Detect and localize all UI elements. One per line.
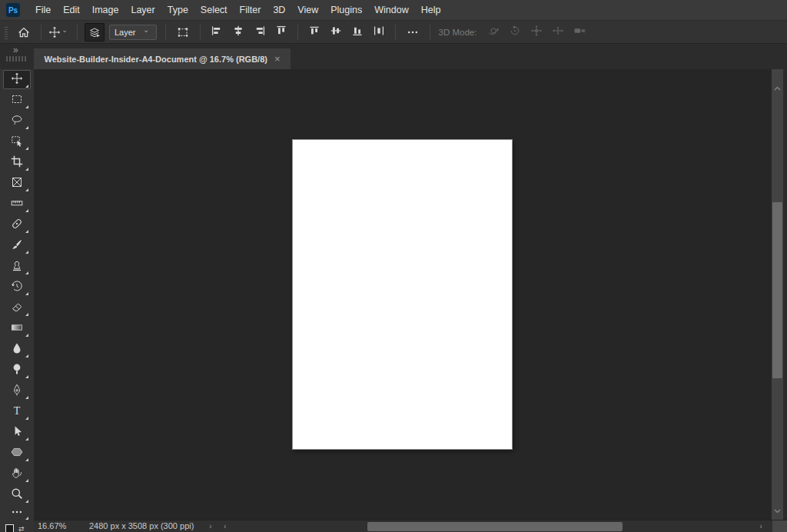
- color-swatches-clipped: ⇄: [0, 524, 34, 532]
- document-tab[interactable]: Website-Builder-Insider-A4-Document @ 16…: [34, 48, 291, 69]
- blur-tool[interactable]: [0, 339, 34, 360]
- object-selection-tool[interactable]: [0, 131, 34, 152]
- toolbar-collapse-chevrons[interactable]: »: [13, 45, 18, 55]
- menu-type[interactable]: Type: [161, 0, 194, 20]
- swap-colors-icon[interactable]: ⇄: [18, 525, 25, 532]
- rectangular-marquee-tool[interactable]: [0, 90, 34, 111]
- crop-icon: [11, 155, 23, 171]
- move-tool[interactable]: [0, 69, 34, 90]
- tab-close-icon[interactable]: ×: [274, 53, 281, 65]
- gradient-tool[interactable]: [0, 318, 34, 339]
- flyout-triangle: [25, 230, 28, 233]
- separator: [430, 25, 430, 40]
- zoom-tool[interactable]: [0, 484, 34, 505]
- flyout-triangle: [25, 188, 28, 191]
- edit-toolbar-button[interactable]: [0, 505, 34, 522]
- separator: [41, 25, 42, 40]
- menu-3d[interactable]: 3D: [267, 0, 291, 20]
- menu-filter[interactable]: Filter: [234, 0, 267, 20]
- 3d-roll-button: [506, 23, 524, 42]
- vertical-scrollbar-thumb[interactable]: [772, 202, 782, 378]
- flyout-triangle: [25, 354, 28, 357]
- menu-window[interactable]: Window: [368, 0, 414, 20]
- align-right-edges-button[interactable]: [251, 23, 269, 42]
- brush-icon: [11, 238, 23, 254]
- menu-edit[interactable]: Edit: [57, 0, 86, 20]
- zoom-level-field[interactable]: 16.67%: [38, 521, 66, 530]
- align-horizontal-centers-button[interactable]: [229, 23, 247, 42]
- menu-layer[interactable]: Layer: [125, 0, 161, 20]
- show-transform-controls-toggle[interactable]: [173, 23, 193, 42]
- status-bar: 16.67% 2480 px x 3508 px (300 ppi) › ‹ ›: [34, 520, 787, 532]
- spot-healing-brush-tool[interactable]: [0, 214, 34, 235]
- hand-icon: [11, 467, 23, 482]
- flyout-triangle: [25, 500, 28, 503]
- flyout-triangle: [25, 458, 28, 461]
- clone-icon: [11, 259, 23, 274]
- scroll-right-arrow[interactable]: ›: [759, 521, 762, 530]
- align-bottom-edges-button[interactable]: [348, 23, 367, 42]
- vertical-scrollbar[interactable]: [772, 69, 783, 520]
- dodge-tool[interactable]: [0, 360, 34, 381]
- path-select-icon: [11, 425, 23, 441]
- chevron-down-icon: [144, 28, 151, 36]
- menu-file[interactable]: File: [29, 0, 57, 20]
- menu-view[interactable]: View: [291, 0, 324, 20]
- lasso-icon: [11, 114, 23, 129]
- menu-help[interactable]: Help: [415, 0, 447, 20]
- document-size-text: 2480 px x 3508 px (300 ppi): [89, 521, 194, 530]
- 3d-orbit-button: [484, 23, 503, 42]
- move-tool-preset-button[interactable]: [48, 23, 70, 42]
- distribute-horizontal-centers-button[interactable]: [370, 23, 388, 42]
- horizontal-scrollbar-thumb[interactable]: [367, 522, 623, 531]
- more-align-options-button[interactable]: [403, 23, 423, 42]
- auto-select-layers-icon: [88, 26, 101, 38]
- flyout-triangle: [25, 396, 28, 399]
- brush-tool[interactable]: [0, 235, 34, 256]
- flyout-triangle: [25, 85, 28, 88]
- home-button[interactable]: [14, 23, 34, 42]
- clone-stamp-tool[interactable]: [0, 256, 34, 277]
- crop-tool[interactable]: [0, 152, 34, 173]
- flyout-triangle: [25, 271, 28, 274]
- align-top-button[interactable]: [305, 23, 324, 42]
- object-select-icon: [11, 135, 23, 150]
- scroll-left-arrow[interactable]: ‹: [224, 521, 227, 530]
- align-top-edges-icon: [275, 25, 287, 40]
- flyout-triangle: [25, 168, 28, 171]
- 3d-camera-icon: [573, 25, 586, 40]
- menu-select[interactable]: Select: [194, 0, 234, 20]
- align-top-edges-button[interactable]: [272, 23, 291, 42]
- scroll-up-arrow[interactable]: [772, 86, 783, 91]
- scrollbar-corner: [772, 520, 787, 532]
- foreground-color-swatch[interactable]: [5, 524, 14, 532]
- 3d-slide-button: [549, 23, 567, 42]
- document-canvas[interactable]: [293, 140, 512, 449]
- menu-image[interactable]: Image: [86, 0, 125, 20]
- auto-select-toggle[interactable]: [85, 23, 105, 42]
- history-brush-tool[interactable]: [0, 277, 34, 298]
- shape-tool[interactable]: [0, 443, 34, 464]
- path-selection-tool[interactable]: [0, 422, 34, 443]
- status-expand-chevron[interactable]: ›: [209, 521, 212, 530]
- eraser-tool[interactable]: [0, 298, 34, 318]
- dodge-icon: [11, 363, 23, 378]
- hand-tool[interactable]: [0, 464, 34, 484]
- menu-plugins[interactable]: Plugins: [324, 0, 368, 20]
- align-vertical-centers-button[interactable]: [327, 23, 345, 42]
- flyout-triangle: [25, 479, 28, 482]
- threed-mode-buttons: [483, 23, 590, 42]
- ruler-tool[interactable]: [0, 194, 34, 214]
- toolbar-grip: [6, 56, 28, 62]
- type-tool[interactable]: T: [0, 401, 34, 422]
- lasso-tool[interactable]: [0, 111, 34, 131]
- flyout-triangle: [25, 105, 28, 108]
- flyout-triangle: [25, 437, 28, 441]
- frame-tool[interactable]: [0, 173, 34, 194]
- pen-tool[interactable]: [0, 381, 34, 401]
- scroll-down-arrow[interactable]: [772, 509, 783, 514]
- auto-select-target-dropdown[interactable]: Layer: [109, 25, 157, 40]
- align-left-edges-button[interactable]: [208, 23, 226, 42]
- canvas-area[interactable]: [34, 69, 772, 520]
- gradient-icon: [11, 321, 23, 337]
